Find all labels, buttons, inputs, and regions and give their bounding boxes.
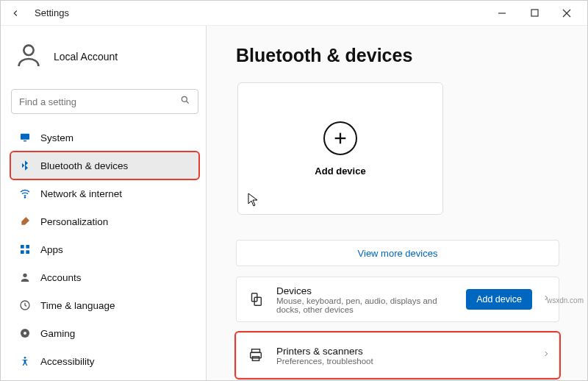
settings-window: Settings Local Account [0, 0, 588, 381]
svg-rect-8 [24, 140, 26, 141]
search-input[interactable] [19, 96, 180, 107]
nav-bluetooth-devices[interactable]: Bluetooth & devices [11, 152, 198, 179]
accessibility-icon [18, 355, 32, 368]
svg-line-6 [187, 102, 189, 104]
nav-personalization[interactable]: Personalization [11, 208, 198, 235]
printers-desc: Preferences, troubleshoot [276, 357, 532, 366]
nav-label: Accessibility [40, 356, 95, 367]
nav-privacy[interactable]: Privacy & security [11, 376, 198, 380]
nav-accessibility[interactable]: Accessibility [11, 348, 198, 374]
svg-point-17 [24, 332, 26, 335]
titlebar: Settings [1, 1, 587, 26]
printers-text: Printers & scanners Preferences, trouble… [276, 346, 532, 366]
bluetooth-icon [18, 159, 32, 172]
watermark: wsxdn.com [547, 296, 584, 305]
back-button[interactable] [5, 3, 26, 24]
nav-label: Personalization [40, 216, 108, 227]
nav-label: Bluetooth & devices [40, 160, 128, 171]
add-device-label: Add device [315, 165, 365, 177]
svg-rect-7 [21, 134, 29, 140]
nav-list: System Bluetooth & devices Network & int… [11, 124, 198, 380]
nav-network[interactable]: Network & internet [11, 180, 198, 207]
devices-row[interactable]: Devices Mouse, keyboard, pen, audio, dis… [236, 277, 559, 322]
account-name: Local Account [54, 51, 118, 63]
printers-title: Printers & scanners [276, 346, 532, 357]
devices-title: Devices [276, 285, 456, 296]
maximize-button[interactable] [518, 3, 551, 24]
devices-text: Devices Mouse, keyboard, pen, audio, dis… [276, 285, 456, 314]
monitor-icon [18, 131, 32, 144]
chevron-right-icon [542, 349, 550, 362]
svg-point-5 [182, 96, 187, 102]
window-controls [486, 3, 583, 24]
svg-rect-12 [21, 250, 24, 254]
add-device-tile[interactable]: Add device [237, 82, 443, 215]
svg-rect-1 [531, 10, 538, 16]
nav-system[interactable]: System [11, 124, 198, 151]
page-title: Bluetooth & devices [236, 45, 567, 66]
avatar-icon [14, 40, 43, 73]
svg-point-18 [24, 357, 26, 359]
person-icon [18, 271, 32, 284]
clock-icon [18, 299, 32, 312]
printers-scanners-row[interactable]: Printers & scanners Preferences, trouble… [236, 332, 559, 378]
cursor-icon [248, 197, 259, 210]
svg-rect-13 [26, 250, 29, 254]
devices-desc: Mouse, keyboard, pen, audio, displays an… [276, 296, 456, 314]
search-icon [180, 95, 190, 108]
svg-point-9 [24, 197, 25, 198]
devices-icon [245, 291, 266, 307]
nav-time-language[interactable]: Time & language [11, 292, 198, 318]
view-more-label: View more devices [358, 248, 438, 259]
sidebar: Local Account System Bluetooth & devices [1, 26, 207, 380]
add-device-button[interactable]: Add device [466, 289, 532, 310]
nav-label: Time & language [40, 300, 115, 311]
content-pane: Bluetooth & devices Add device View more… [207, 26, 587, 380]
nav-apps[interactable]: Apps [11, 236, 198, 263]
nav-label: Gaming [40, 328, 75, 339]
nav-gaming[interactable]: Gaming [11, 320, 198, 346]
nav-accounts[interactable]: Accounts [11, 264, 198, 291]
account-block[interactable]: Local Account [14, 40, 196, 73]
window-title: Settings [35, 7, 69, 18]
svg-rect-11 [26, 245, 29, 249]
apps-icon [18, 243, 32, 256]
minimize-button[interactable] [486, 3, 518, 24]
view-more-devices-button[interactable]: View more devices [236, 240, 559, 266]
nav-label: Accounts [40, 272, 82, 283]
svg-rect-25 [252, 357, 259, 361]
brush-icon [18, 215, 32, 228]
wifi-icon [18, 187, 32, 200]
nav-label: System [40, 132, 74, 143]
close-button[interactable] [551, 3, 583, 24]
printer-icon [245, 347, 266, 363]
search-box[interactable] [11, 89, 198, 114]
svg-rect-10 [21, 245, 24, 249]
gamepad-icon [18, 327, 32, 340]
nav-label: Apps [40, 244, 63, 255]
nav-label: Network & internet [40, 188, 122, 199]
plus-icon [323, 121, 357, 155]
svg-point-14 [23, 274, 26, 277]
svg-point-4 [24, 46, 33, 55]
